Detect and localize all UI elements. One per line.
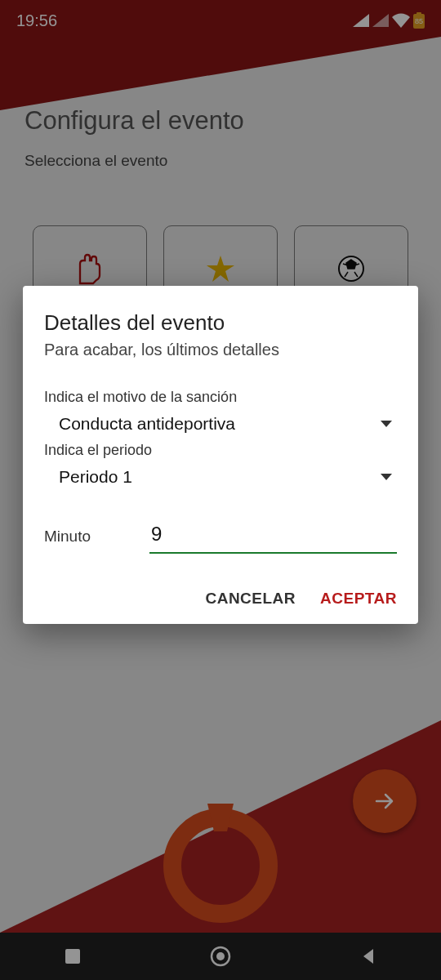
dialog-title: Detalles del evento bbox=[44, 310, 397, 336]
period-value: Periodo 1 bbox=[59, 467, 132, 487]
reason-dropdown[interactable]: Conducta antideportiva bbox=[44, 406, 397, 439]
dialog-subtitle: Para acabar, los últimos detalles bbox=[44, 341, 397, 359]
reason-value: Conducta antideportiva bbox=[59, 414, 235, 434]
chevron-down-icon bbox=[381, 474, 392, 480]
period-dropdown[interactable]: Periodo 1 bbox=[44, 459, 397, 492]
minute-label: Minuto bbox=[44, 528, 133, 554]
period-label: Indica el periodo bbox=[44, 442, 397, 459]
cancel-button[interactable]: CANCELAR bbox=[205, 590, 296, 608]
event-details-dialog: Detalles del evento Para acabar, los últ… bbox=[23, 286, 418, 624]
accept-button[interactable]: ACEPTAR bbox=[320, 590, 397, 608]
chevron-down-icon bbox=[381, 421, 392, 427]
reason-label: Indica el motivo de la sanción bbox=[44, 389, 397, 406]
minute-input[interactable] bbox=[149, 519, 397, 554]
